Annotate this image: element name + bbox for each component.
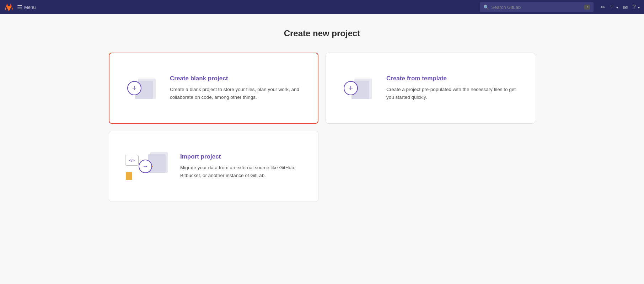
blank-project-title: Create blank project — [170, 75, 304, 82]
template-project-text: Create from template Create a project pr… — [386, 75, 521, 101]
search-input[interactable] — [491, 5, 582, 10]
import-composite-icon: → </> — [125, 152, 168, 181]
search-icon: 🔍 — [483, 5, 489, 10]
create-from-template-card[interactable]: + Create from template Create a project … — [326, 53, 535, 124]
chevron-down-icon-help: ▾ — [638, 6, 640, 10]
pencil-icon: ✏ — [601, 4, 605, 10]
menu-button[interactable]: ☰ Menu — [17, 4, 36, 11]
merge-requests-button[interactable]: ⑂ ▾ — [610, 4, 618, 10]
main-content: Create new project + Create blank projec… — [0, 14, 644, 216]
search-shortcut-badge: 7 — [584, 5, 590, 10]
blank-project-folder-icon: + — [127, 76, 156, 101]
import-project-description: Migrate your data from an external sourc… — [180, 164, 304, 179]
import-project-card[interactable]: → </> Import project Migrate your data f… — [109, 131, 318, 202]
chevron-down-icon: ▾ — [616, 6, 618, 10]
merge-icon: ⑂ — [610, 4, 614, 10]
blank-project-text: Create blank project Create a blank proj… — [170, 75, 304, 101]
import-project-title: Import project — [180, 153, 304, 160]
template-project-title: Create from template — [386, 75, 521, 82]
import-arrow-circle-icon: → — [139, 160, 152, 173]
template-folder-icon: + — [344, 76, 372, 101]
search-bar: 🔍 7 — [480, 2, 594, 12]
mail-icon: ✉ — [623, 4, 628, 10]
project-options-grid: + Create blank project Create a blank pr… — [109, 53, 535, 202]
new-project-button[interactable]: ✏ — [601, 4, 605, 11]
import-doc-badge — [126, 172, 132, 180]
template-icon-area: + — [340, 76, 376, 101]
plus-circle-icon: + — [127, 81, 141, 95]
import-project-text: Import project Migrate your data from an… — [180, 153, 304, 179]
template-project-description: Create a project pre-populated with the … — [386, 86, 521, 101]
page-title: Create new project — [284, 28, 360, 38]
question-icon: ? — [633, 4, 636, 10]
gitlab-logo — [4, 2, 14, 12]
help-button[interactable]: ? ▾ — [633, 4, 640, 10]
create-blank-project-card[interactable]: + Create blank project Create a blank pr… — [109, 53, 318, 124]
blank-project-icon-area: + — [124, 76, 159, 101]
blank-project-description: Create a blank project to store your fil… — [170, 86, 304, 101]
issues-button[interactable]: ✉ — [623, 4, 628, 11]
import-icon-area: → </> — [123, 152, 170, 181]
template-plus-circle-icon: + — [344, 81, 358, 95]
hamburger-icon: ☰ — [17, 4, 22, 11]
nav-icon-group: ✏ ⑂ ▾ ✉ ? ▾ — [597, 4, 640, 11]
import-code-badge: </> — [125, 155, 139, 166]
menu-label: Menu — [24, 5, 36, 10]
topnav: ☰ Menu 🔍 7 ✏ ⑂ ▾ ✉ ? ▾ — [0, 0, 644, 14]
